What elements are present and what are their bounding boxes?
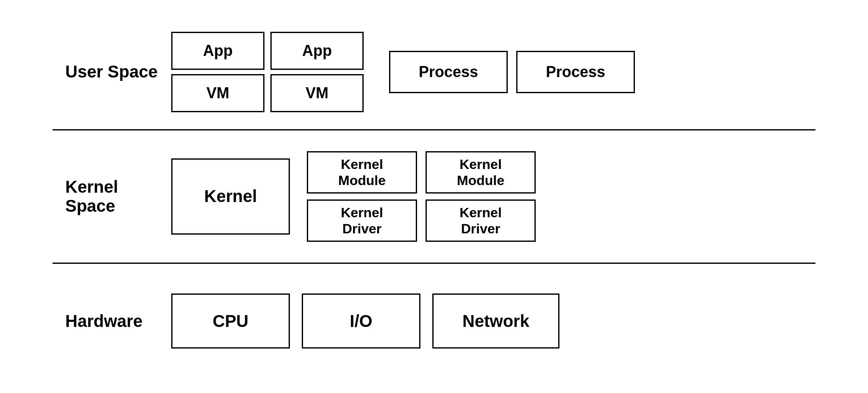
- kernel-space-content: Kernel KernelModule KernelDriver KernelM…: [171, 151, 815, 242]
- network-box: Network: [432, 293, 559, 349]
- hardware-content: CPU I/O Network: [171, 293, 815, 349]
- vm-box-1: VM: [171, 74, 264, 112]
- hardware-label: Hardware: [53, 312, 171, 331]
- process-box-1: Process: [389, 51, 508, 93]
- app-box-2: App: [270, 32, 364, 70]
- user-space-layer: User Space App App VM VM Process Process: [53, 14, 815, 129]
- kernel-driver-box-1: KernelDriver: [307, 199, 417, 242]
- kernel-box: Kernel: [171, 158, 290, 235]
- user-space-label: User Space: [53, 62, 171, 81]
- process-box-2: Process: [516, 51, 635, 93]
- kernel-module-box-2: KernelModule: [426, 151, 536, 194]
- app-box-1: App: [171, 32, 264, 70]
- kernel-module-box-1: KernelModule: [307, 151, 417, 194]
- user-space-content: App App VM VM Process Process: [171, 32, 815, 112]
- app-vm-group: App App VM VM: [171, 32, 364, 112]
- cpu-box: CPU: [171, 293, 290, 349]
- kernel-space-label: Kernel Space: [53, 177, 171, 216]
- kernel-driver-box-2: KernelDriver: [426, 199, 536, 242]
- kernel-col-1: KernelModule KernelDriver: [307, 151, 417, 242]
- kernel-col-2: KernelModule KernelDriver: [426, 151, 536, 242]
- vm-row: VM VM: [171, 74, 364, 112]
- architecture-diagram: User Space App App VM VM Process Process…: [53, 14, 815, 379]
- io-box: I/O: [302, 293, 420, 349]
- kernel-modules-group: KernelModule KernelDriver KernelModule K…: [307, 151, 536, 242]
- kernel-space-layer: Kernel Space Kernel KernelModule KernelD…: [53, 130, 815, 262]
- app-row: App App: [171, 32, 364, 70]
- vm-box-2: VM: [270, 74, 364, 112]
- hardware-layer: Hardware CPU I/O Network: [53, 264, 815, 379]
